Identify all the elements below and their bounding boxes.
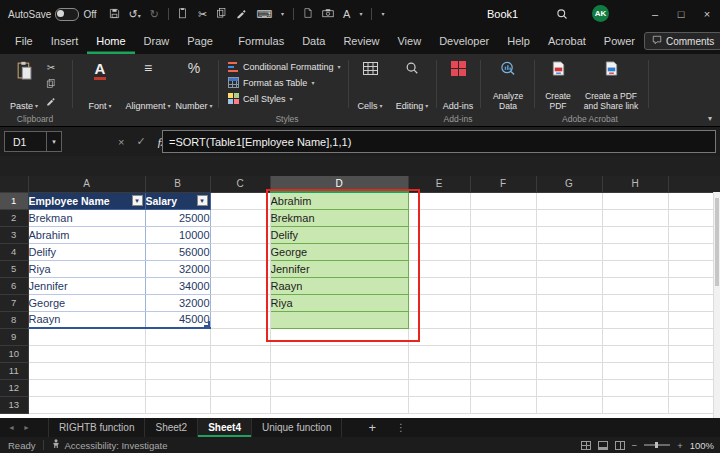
cell-G10[interactable] (536, 345, 602, 362)
cell-H10[interactable] (602, 345, 668, 362)
cell-B3[interactable]: 10000 (145, 226, 210, 243)
menu-tab-power-pivot[interactable]: Power Pivot (595, 28, 644, 54)
redo-button[interactable]: ↻ (150, 9, 159, 20)
cell-B11[interactable] (145, 362, 210, 379)
cell-H12[interactable] (602, 379, 668, 396)
menu-tab-draw[interactable]: Draw (135, 28, 179, 54)
create-pdf-share-link-button[interactable]: Create a PDF and Share link (580, 59, 642, 113)
cell-D2[interactable]: Brekman (270, 209, 408, 226)
cell-H2[interactable] (602, 209, 668, 226)
row-header-2[interactable]: 2 (0, 209, 28, 226)
cell-B9[interactable] (145, 328, 210, 345)
cell-H4[interactable] (602, 243, 668, 260)
close-button[interactable]: × (694, 0, 720, 28)
row-header-5[interactable]: 5 (0, 260, 28, 277)
cell-C11[interactable] (210, 362, 270, 379)
cell-D4[interactable]: George (270, 243, 408, 260)
cell-B4[interactable]: 56000 (145, 243, 210, 260)
cell-F11[interactable] (470, 362, 536, 379)
paste-icon[interactable] (178, 7, 189, 21)
cell-C7[interactable] (210, 294, 270, 311)
cell-A2[interactable]: Brekman (28, 209, 145, 226)
menu-tab-developer[interactable]: Developer (430, 28, 498, 54)
row-header-12[interactable]: 12 (0, 379, 28, 396)
cell-C9[interactable] (210, 328, 270, 345)
name-box[interactable]: D1 ▾ (4, 131, 62, 152)
cell-G12[interactable] (536, 379, 602, 396)
cell-G6[interactable] (536, 277, 602, 294)
cell-E2[interactable] (408, 209, 470, 226)
page-break-view-icon[interactable] (615, 441, 625, 450)
cell-F4[interactable] (470, 243, 536, 260)
cell-D3[interactable]: Delify (270, 226, 408, 243)
cell-H7[interactable] (602, 294, 668, 311)
cell-A13[interactable] (28, 396, 145, 413)
accessibility-status[interactable]: Accessibility: Investigate (52, 439, 167, 451)
copy-icon[interactable] (216, 7, 227, 21)
row-header-7[interactable]: 7 (0, 294, 28, 311)
row-header-6[interactable]: 6 (0, 277, 28, 294)
cell-B10[interactable] (145, 345, 210, 362)
cell-D10[interactable] (270, 345, 408, 362)
cell-E5[interactable] (408, 260, 470, 277)
cell-G7[interactable] (536, 294, 602, 311)
cell-A5[interactable]: Riya (28, 260, 145, 277)
cancel-icon[interactable]: × (118, 136, 124, 148)
cell-C2[interactable] (210, 209, 270, 226)
cell-B13[interactable] (145, 396, 210, 413)
sheet-tab-unique-function[interactable]: Unique function (252, 418, 343, 437)
cell-B12[interactable] (145, 379, 210, 396)
cell-D11[interactable] (270, 362, 408, 379)
avatar[interactable]: AK (592, 5, 609, 22)
column-header-F[interactable]: F (470, 176, 536, 192)
cell-B8[interactable]: 45000 (145, 311, 210, 328)
cell-C12[interactable] (210, 379, 270, 396)
chevron-down-icon[interactable]: ▾ (281, 11, 284, 17)
cell-A4[interactable]: Delify (28, 243, 145, 260)
new-file-icon[interactable] (303, 7, 313, 21)
cell-F12[interactable] (470, 379, 536, 396)
sheet-tab-sheet4[interactable]: Sheet4 (198, 418, 252, 437)
row-header-11[interactable]: 11 (0, 362, 28, 379)
menu-tab-review[interactable]: Review (334, 28, 388, 54)
column-header-E[interactable]: E (408, 176, 470, 192)
cell-C8[interactable] (210, 311, 270, 328)
cell-C10[interactable] (210, 345, 270, 362)
cell-G1[interactable] (536, 192, 602, 209)
cell-B5[interactable]: 32000 (145, 260, 210, 277)
editing-group-button[interactable]: Editing▾ (392, 59, 432, 113)
previous-sheet-icon[interactable]: ◄ (8, 424, 15, 431)
cell-B7[interactable]: 32000 (145, 294, 210, 311)
sheet-tab-sheet2[interactable]: Sheet2 (145, 418, 198, 437)
cell-B2[interactable]: 25000 (145, 209, 210, 226)
page-layout-view-icon[interactable] (598, 441, 608, 450)
normal-view-icon[interactable] (581, 441, 591, 450)
cell-F2[interactable] (470, 209, 536, 226)
menu-tab-page-layout[interactable]: Page Layout (178, 28, 229, 54)
alignment-group-button[interactable]: ≡ Alignment▾ (124, 59, 172, 113)
cell-C5[interactable] (210, 260, 270, 277)
select-all-corner[interactable] (0, 176, 28, 192)
cell-C13[interactable] (210, 396, 270, 413)
cell-D1[interactable]: Abrahim (270, 192, 408, 209)
cell-E8[interactable] (408, 311, 470, 328)
column-header-G[interactable]: G (536, 176, 602, 192)
format-as-table-button[interactable]: Format as Table▾ (228, 76, 346, 89)
cell-C1[interactable] (210, 192, 270, 209)
menu-tab-insert[interactable]: Insert (42, 28, 88, 54)
cell-A12[interactable] (28, 379, 145, 396)
minimize-button[interactable]: – (642, 0, 668, 28)
format-painter-icon[interactable] (236, 8, 247, 21)
cell-E4[interactable] (408, 243, 470, 260)
cut-icon[interactable]: ✂ (47, 62, 55, 73)
row-header-9[interactable]: 9 (0, 328, 28, 345)
cell-G5[interactable] (536, 260, 602, 277)
analyze-data-button[interactable]: Analyze Data (484, 59, 532, 113)
cell-E9[interactable] (408, 328, 470, 345)
formula-input[interactable]: =SORT(Table1[Employee Name],1,1) (162, 130, 716, 153)
cell-G4[interactable] (536, 243, 602, 260)
cell-G9[interactable] (536, 328, 602, 345)
cell-H9[interactable] (602, 328, 668, 345)
autosave-toggle[interactable]: AutoSave Off (8, 8, 97, 21)
collapse-ribbon-icon[interactable]: ▾ (708, 114, 712, 123)
